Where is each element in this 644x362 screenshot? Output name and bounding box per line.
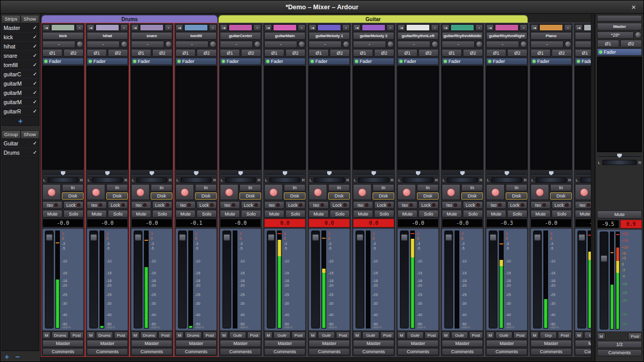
trim-knob[interactable] xyxy=(431,41,439,48)
fader-handle[interactable] xyxy=(401,234,408,241)
sidebar-splitter[interactable] xyxy=(2,126,39,130)
fader-processor[interactable]: Fader xyxy=(397,58,439,65)
input-button[interactable]: - xyxy=(442,41,475,48)
group-button[interactable]: Drums xyxy=(52,332,69,339)
monitor-input-button[interactable]: In xyxy=(151,184,172,191)
processor-box[interactable] xyxy=(530,66,572,170)
strip-width-button[interactable]: |◀ xyxy=(397,24,405,31)
channel-fader[interactable] xyxy=(577,231,586,328)
record-enable-button[interactable] xyxy=(131,184,150,200)
monitor-input-button[interactable]: In xyxy=(239,184,261,191)
monitor-disk-button[interactable]: Disk xyxy=(417,192,439,200)
trim-knob[interactable] xyxy=(387,41,394,48)
monitor-input-button[interactable]: In xyxy=(506,184,527,191)
phase-1-button[interactable]: Ø1 xyxy=(442,49,462,57)
pan-handle[interactable] xyxy=(238,171,243,175)
phase-2-button[interactable]: Ø2 xyxy=(63,49,84,57)
pan-slider[interactable] xyxy=(575,171,591,176)
comments-button[interactable]: Comments xyxy=(42,348,84,355)
channel-fader[interactable] xyxy=(222,231,231,328)
strip-list-item-visible-check[interactable]: ✓ xyxy=(31,25,37,30)
meter-point-button[interactable]: Post xyxy=(380,332,394,339)
gain-display[interactable]: -0.0 xyxy=(442,219,483,227)
strip-list-item-visible-check[interactable]: ✓ xyxy=(31,71,37,77)
fader-handle[interactable] xyxy=(578,234,585,241)
processor-box[interactable] xyxy=(486,66,527,170)
phase-2-button[interactable]: Ø2 xyxy=(330,49,350,57)
processor-led[interactable] xyxy=(488,60,491,63)
strip-list-item-visible-check[interactable]: ✓ xyxy=(31,99,37,105)
comments-button[interactable]: Comments xyxy=(309,348,350,355)
input-button[interactable]: - xyxy=(264,41,297,48)
mute-button[interactable]: Mute xyxy=(42,210,62,218)
strip-list-item-row[interactable]: snare✓ xyxy=(2,51,39,60)
gain-display[interactable]: -0.0 xyxy=(220,219,261,227)
phase-1-button[interactable]: Ø1 xyxy=(486,49,506,57)
comments-button[interactable]: Comments xyxy=(486,348,527,355)
trim-knob[interactable] xyxy=(343,41,350,48)
pan-trough[interactable] xyxy=(225,177,256,183)
titlebar[interactable]: *Demo – Mixer – Ardour × xyxy=(1,1,643,14)
fader-handle[interactable] xyxy=(357,234,363,241)
group-button[interactable]: Grp xyxy=(584,332,591,339)
strip-color-bar[interactable] xyxy=(450,24,474,31)
monitor-disk-button[interactable]: Disk xyxy=(506,192,527,200)
pan-slider[interactable] xyxy=(87,171,128,176)
pan-trough[interactable] xyxy=(403,177,433,183)
strip-list-item-row[interactable]: tomfill✓ xyxy=(2,60,39,70)
fader-handle[interactable] xyxy=(268,234,275,241)
input-button[interactable]: - xyxy=(42,41,75,48)
processor-box[interactable] xyxy=(264,66,305,170)
pan-trough[interactable] xyxy=(491,177,522,183)
comments-button[interactable]: Comments xyxy=(220,348,261,355)
solo-button[interactable]: Solo xyxy=(463,210,483,218)
strip-color-bar[interactable] xyxy=(317,24,341,31)
strip-list-item-visible-check[interactable]: ✓ xyxy=(31,80,37,86)
master-fader-processor[interactable]: Fader xyxy=(597,48,642,56)
input-button[interactable]: - xyxy=(131,41,164,48)
pan-trough[interactable] xyxy=(358,177,389,183)
metering-button[interactable]: M xyxy=(87,332,95,339)
phase-1-button[interactable]: Ø1 xyxy=(353,49,373,57)
solo-isolate-button[interactable]: Iso xyxy=(397,201,417,209)
gain-display[interactable]: -0.0 xyxy=(530,219,572,227)
mute-button[interactable]: Mute xyxy=(309,210,329,218)
strip-list-item-row[interactable]: hihat✓ xyxy=(2,42,39,51)
monitor-disk-button[interactable]: Disk xyxy=(328,192,350,200)
output-button[interactable]: Master xyxy=(575,340,591,347)
group-list-item-row[interactable]: Drums✓ xyxy=(2,148,39,157)
solo-button[interactable]: Solo xyxy=(285,210,305,218)
fader-processor[interactable]: Fader xyxy=(220,58,261,65)
strip-list-item-row[interactable]: kick✓ xyxy=(2,32,39,42)
phase-1-button[interactable]: Ø1 xyxy=(220,49,240,57)
strip-color-bar[interactable] xyxy=(184,24,208,31)
strip-hide-button[interactable]: × xyxy=(431,24,439,31)
master-meter-point-button[interactable]: Post xyxy=(628,333,642,340)
strip-width-button[interactable]: |◀ xyxy=(220,24,228,31)
solo-isolate-button[interactable]: Iso xyxy=(87,201,107,209)
metering-button[interactable]: M xyxy=(220,332,228,339)
group-button[interactable]: Guitr xyxy=(362,332,379,339)
phase-2-button[interactable]: Ø2 xyxy=(374,49,394,57)
strip-hide-button[interactable]: × xyxy=(120,24,128,31)
pan-handle[interactable] xyxy=(283,171,287,175)
mute-button[interactable]: Mute xyxy=(131,210,151,218)
output-button[interactable]: Master xyxy=(486,340,527,347)
group-button[interactable]: Guitr xyxy=(229,332,246,339)
group-button[interactable]: Drums xyxy=(140,332,157,339)
strip-hide-button[interactable]: × xyxy=(564,24,572,31)
fader-processor[interactable]: Fader xyxy=(87,58,128,65)
solo-isolate-button[interactable]: Iso xyxy=(575,201,591,209)
record-enable-button[interactable] xyxy=(397,184,416,200)
processor-box[interactable] xyxy=(442,66,483,170)
pan-slider[interactable] xyxy=(220,171,261,176)
processor-led[interactable] xyxy=(44,60,47,63)
master-phase-1-button[interactable]: Ø1 xyxy=(597,40,619,47)
monitor-input-button[interactable]: In xyxy=(195,184,217,191)
solo-button[interactable]: Solo xyxy=(552,210,572,218)
monitor-input-button[interactable]: In xyxy=(373,184,394,191)
pan-trough[interactable] xyxy=(181,177,212,183)
input-button[interactable]: - xyxy=(309,41,342,48)
group-button[interactable]: Guitr xyxy=(273,332,291,339)
output-button[interactable]: Master xyxy=(353,340,394,347)
